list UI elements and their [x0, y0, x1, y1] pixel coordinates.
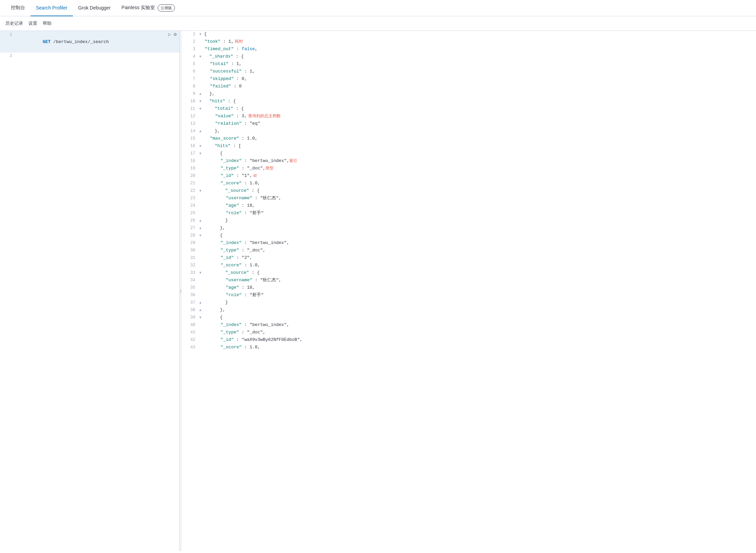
- fold-arrow-37[interactable]: ▲: [199, 300, 203, 306]
- http-path: /bertwu_index/_search: [51, 39, 109, 44]
- line-number-1: 1: [3, 32, 12, 38]
- json-line-3: 3 "timed_out" : false,: [182, 46, 756, 53]
- json-line-12: 12 "value" : 3, 查询到的总文档数: [182, 113, 756, 120]
- json-line-24: 24 "age" : 18,: [182, 202, 756, 210]
- tab-grok-debugger-label: Grok Debugger: [78, 5, 111, 11]
- editor-line-1: 1 GET /bertwu_index/_search ▷ ⚙: [0, 31, 179, 53]
- run-icon[interactable]: ▷: [168, 31, 171, 38]
- fold-arrow-26[interactable]: ▲: [199, 218, 203, 224]
- json-line-6: 6 "successful" : 1,: [182, 68, 756, 76]
- json-line-21: 21 "_score" : 1.0,: [182, 180, 756, 187]
- fold-arrow-16[interactable]: ▼: [199, 144, 203, 149]
- json-line-7: 7 "skipped" : 0,: [182, 76, 756, 83]
- json-line-39: 39 ▼ {: [182, 314, 756, 322]
- json-output: 1 ▼{ 2 "took" : 1, 耗时 3 "timed_out" : fa…: [182, 31, 756, 551]
- tab-painless-lab[interactable]: Painless 实验室 公测版: [116, 0, 180, 16]
- secondary-toolbar: 历史记录 设置 帮助: [0, 16, 756, 31]
- json-line-37: 37 ▲ }: [182, 299, 756, 307]
- json-line-23: 23 "username" : "狄仁杰",: [182, 195, 756, 202]
- json-line-4: 4 ▼ "_shards" : {: [182, 53, 756, 61]
- json-line-25: 25 "role" : "射手": [182, 210, 756, 217]
- editor-layout: 1 GET /bertwu_index/_search ▷ ⚙ 2 1 ▼{: [0, 31, 756, 551]
- fold-arrow-38[interactable]: ▲: [199, 308, 203, 313]
- json-line-32: 32 "_score" : 1.0,: [182, 262, 756, 269]
- json-line-41: 41 "_type" : "_doc",: [182, 329, 756, 336]
- json-line-29: 29 "_index" : "bertwu_index",: [182, 240, 756, 247]
- editor-content[interactable]: 1 GET /bertwu_index/_search ▷ ⚙ 2: [0, 31, 179, 551]
- fold-arrow-33[interactable]: ▼: [199, 270, 203, 276]
- json-line-16: 16 ▼ "hits" : [: [182, 143, 756, 150]
- fold-arrow-39[interactable]: ▼: [199, 315, 203, 321]
- json-line-38: 38 ▲ },: [182, 307, 756, 314]
- json-line-10: 10 ▼ "hits" : {: [182, 98, 756, 105]
- json-line-42: 42 "_id" : "waX9v3wBy62NfF0EdboB",: [182, 336, 756, 344]
- line-number-2: 2: [3, 53, 12, 59]
- tab-grok-debugger[interactable]: Grok Debugger: [73, 0, 116, 16]
- json-line-31: 31 "_id" : "2",: [182, 254, 756, 262]
- fold-arrow-17[interactable]: ▼: [199, 151, 203, 157]
- beta-badge: 公测版: [158, 4, 175, 12]
- tab-search-profiler-label: Search Profiler: [36, 5, 67, 11]
- json-line-14: 14 ▲ },: [182, 128, 756, 135]
- wrench-icon[interactable]: ⚙: [174, 31, 177, 38]
- json-line-33: 33 ▼ "_source" : {: [182, 269, 756, 277]
- fold-arrow-22[interactable]: ▼: [199, 188, 203, 194]
- tab-console[interactable]: 控制台: [5, 0, 31, 16]
- json-line-40: 40 "_index" : "bertwu_index",: [182, 322, 756, 329]
- json-line-11: 11 ▼ "total" : {: [182, 105, 756, 113]
- fold-arrow-10[interactable]: ▼: [199, 99, 203, 104]
- json-line-27: 27 ▲ },: [182, 225, 756, 232]
- fold-arrow-1[interactable]: ▼: [199, 32, 203, 37]
- json-line-22: 22 ▼ "_source" : {: [182, 187, 756, 195]
- json-line-2: 2 "took" : 1, 耗时: [182, 38, 756, 46]
- json-line-30: 30 "_type" : "_doc",: [182, 247, 756, 254]
- request-editor: 1 GET /bertwu_index/_search ▷ ⚙ 2: [0, 31, 180, 551]
- json-line-43: 43 "_score" : 1.0,: [182, 344, 756, 351]
- fold-arrow-4[interactable]: ▼: [199, 54, 203, 60]
- tab-search-profiler[interactable]: Search Profiler: [31, 0, 73, 16]
- json-line-26: 26 ▲ }: [182, 217, 756, 225]
- fold-arrow-11[interactable]: ▼: [199, 106, 203, 112]
- top-navigation: 控制台 Search Profiler Grok Debugger Painle…: [0, 0, 756, 16]
- http-method: GET: [43, 39, 51, 44]
- fold-arrow-9[interactable]: ▲: [199, 91, 203, 97]
- action-icons: ▷ ⚙: [168, 31, 177, 38]
- json-line-28: 28 ▼ {: [182, 232, 756, 240]
- editor-line-2: 2: [0, 53, 179, 60]
- json-line-5: 5 "total" : 1,: [182, 61, 756, 68]
- fold-arrow-14[interactable]: ▲: [199, 129, 203, 134]
- json-line-36: 36 "role" : "射手": [182, 292, 756, 299]
- json-line-9: 9 ▲ },: [182, 90, 756, 98]
- json-line-13: 13 "relation" : "eq": [182, 120, 756, 128]
- json-line-8: 8 "failed" : 0: [182, 83, 756, 90]
- json-line-35: 35 "age" : 18,: [182, 284, 756, 292]
- json-line-19: 19 "_type" : "_doc",类型: [182, 165, 756, 172]
- tab-painless-lab-label: Painless 实验室: [121, 5, 155, 11]
- fold-arrow-28[interactable]: ▼: [199, 233, 203, 239]
- request-line[interactable]: GET /bertwu_index/_search: [16, 32, 165, 53]
- editor-line-2-content[interactable]: [16, 53, 177, 60]
- history-button[interactable]: 历史记录: [5, 19, 23, 28]
- json-line-18: 18 "_index" : "bertwu_index",索引: [182, 158, 756, 165]
- json-line-15: 15 "max_score" : 1.0,: [182, 135, 756, 143]
- json-line-17: 17 ▼ {: [182, 150, 756, 158]
- json-line-1: 1 ▼{: [182, 31, 756, 38]
- json-line-20: 20 "_id" : "1", id: [182, 172, 756, 180]
- fold-arrow-27[interactable]: ▲: [199, 226, 203, 231]
- help-button[interactable]: 帮助: [43, 19, 52, 28]
- settings-button[interactable]: 设置: [28, 19, 37, 28]
- tab-console-label: 控制台: [11, 5, 25, 11]
- json-line-34: 34 "username" : "狄仁杰",: [182, 277, 756, 284]
